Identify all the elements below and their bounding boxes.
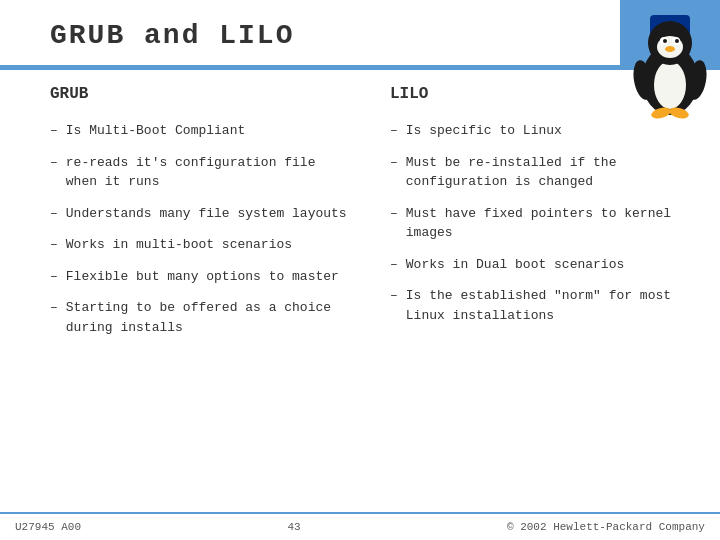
footer-left: U27945 A00 — [15, 521, 81, 533]
bullet-text: Understands many file system layouts — [66, 204, 350, 224]
bullet-text: re-reads it's configuration file when it… — [66, 153, 350, 192]
bullet-text: Flexible but many options to master — [66, 267, 350, 287]
dash-icon: – — [50, 121, 58, 141]
bullet-text: Is the established "norm" for most Linux… — [406, 286, 690, 325]
svg-point-7 — [675, 39, 679, 43]
bullet-text: Is specific to Linux — [406, 121, 690, 141]
list-item: – Must be re-installed if the configurat… — [390, 153, 690, 192]
bottom-bar: U27945 A00 43 © 2002 Hewlett-Packard Com… — [0, 512, 720, 540]
lilo-column-title: LILO — [390, 85, 690, 103]
grub-bullet-list: – Is Multi-Boot Compliant – re-reads it'… — [50, 121, 350, 337]
list-item: – Is specific to Linux — [390, 121, 690, 141]
dash-icon: – — [50, 235, 58, 255]
list-item: – Flexible but many options to master — [50, 267, 350, 287]
dash-icon: – — [390, 153, 398, 173]
dash-icon: – — [50, 153, 58, 173]
list-item: – Works in multi-boot scenarios — [50, 235, 350, 255]
bullet-text: Works in Dual boot scenarios — [406, 255, 690, 275]
footer-page-number: 43 — [287, 521, 300, 533]
dash-icon: – — [50, 267, 58, 287]
grub-column-title: GRUB — [50, 85, 350, 103]
columns-container: GRUB – Is Multi-Boot Compliant – re-read… — [50, 85, 690, 349]
dash-icon: – — [390, 121, 398, 141]
svg-point-8 — [665, 46, 675, 52]
title-grub: GRUB — [50, 20, 125, 51]
list-item: – Works in Dual boot scenarios — [390, 255, 690, 275]
dash-icon: – — [390, 255, 398, 275]
lilo-column: LILO – Is specific to Linux – Must be re… — [390, 85, 690, 349]
lilo-bullet-list: – Is specific to Linux – Must be re-inst… — [390, 121, 690, 325]
dash-icon: – — [50, 298, 58, 318]
list-item: – re-reads it's configuration file when … — [50, 153, 350, 192]
list-item: – Must have fixed pointers to kernel ima… — [390, 204, 690, 243]
list-item: – Is Multi-Boot Compliant — [50, 121, 350, 141]
main-content: GRUB – Is Multi-Boot Compliant – re-read… — [50, 85, 690, 500]
grub-column: GRUB – Is Multi-Boot Compliant – re-read… — [50, 85, 350, 349]
title-and: and — [125, 20, 219, 51]
title-area: GRUB and LILO — [0, 0, 620, 70]
page-title: GRUB and LILO — [50, 20, 294, 51]
bullet-text: Is Multi-Boot Compliant — [66, 121, 350, 141]
bullet-text: Must be re-installed if the configuratio… — [406, 153, 690, 192]
title-lilo: LILO — [219, 20, 294, 51]
list-item: – Starting to be offered as a choice dur… — [50, 298, 350, 337]
dash-icon: – — [390, 204, 398, 224]
bullet-text: Starting to be offered as a choice durin… — [66, 298, 350, 337]
accent-bar-top — [0, 65, 720, 70]
footer-copyright: © 2002 Hewlett-Packard Company — [507, 521, 705, 533]
svg-point-6 — [663, 39, 667, 43]
list-item: – Understands many file system layouts — [50, 204, 350, 224]
bullet-text: Works in multi-boot scenarios — [66, 235, 350, 255]
list-item: – Is the established "norm" for most Lin… — [390, 286, 690, 325]
dash-icon: – — [390, 286, 398, 306]
dash-icon: – — [50, 204, 58, 224]
bullet-text: Must have fixed pointers to kernel image… — [406, 204, 690, 243]
